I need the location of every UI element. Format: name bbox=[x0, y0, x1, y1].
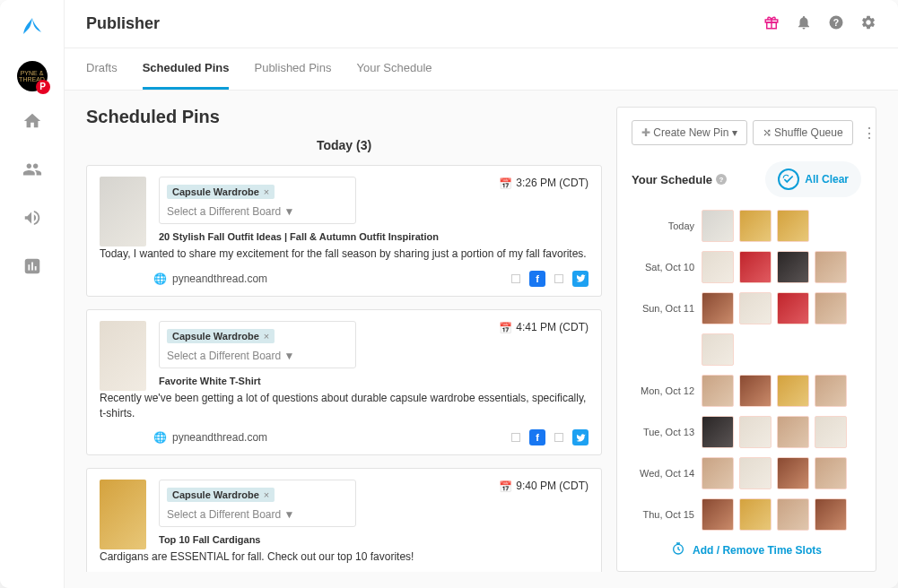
schedule-pin-thumbnail[interactable] bbox=[702, 333, 734, 366]
schedule-date: Wed, Oct 14 bbox=[632, 468, 694, 479]
tailwind-logo-icon[interactable] bbox=[22, 16, 43, 41]
facebook-icon[interactable]: f bbox=[529, 271, 545, 287]
schedule-pin-thumbnail[interactable] bbox=[777, 457, 809, 489]
twitter-icon[interactable] bbox=[572, 429, 588, 445]
all-clear-badge: All Clear bbox=[765, 161, 861, 197]
schedule-pin-thumbnail[interactable] bbox=[702, 210, 734, 242]
facebook-checkbox[interactable] bbox=[511, 274, 520, 283]
schedule-pin-thumbnail[interactable] bbox=[739, 457, 772, 489]
pin-card: 📅3:26 PM (CDT) Capsule Wardrobe × Select… bbox=[86, 165, 602, 297]
schedule-pin-thumbnail[interactable] bbox=[777, 416, 809, 448]
board-selector[interactable]: Capsule Wardrobe × Select a Different Bo… bbox=[159, 177, 356, 224]
schedule-panel: ✚ Create New Pin ▾ ⤭ Shuffle Queue ⋮ You… bbox=[616, 107, 876, 572]
schedule-date: Sun, Oct 11 bbox=[632, 303, 694, 314]
twitter-checkbox[interactable] bbox=[554, 274, 563, 283]
schedule-pin-thumbnail[interactable] bbox=[815, 416, 847, 448]
schedule-pin-thumbnail[interactable] bbox=[702, 292, 734, 324]
board-selector[interactable]: Capsule Wardrobe × Select a Different Bo… bbox=[159, 480, 356, 527]
remove-board-icon[interactable]: × bbox=[264, 489, 269, 500]
remove-board-icon[interactable]: × bbox=[264, 186, 269, 197]
board-select-dropdown[interactable]: Select a Different Board ▼ bbox=[167, 350, 348, 362]
home-icon[interactable] bbox=[22, 111, 42, 134]
facebook-checkbox[interactable] bbox=[511, 433, 520, 442]
calendar-icon: 📅 bbox=[499, 322, 512, 334]
more-options-icon[interactable]: ⋮ bbox=[859, 125, 880, 142]
facebook-icon[interactable]: f bbox=[529, 429, 545, 445]
schedule-pin-thumbnail[interactable] bbox=[777, 292, 809, 324]
schedule-pin-thumbnail[interactable] bbox=[815, 498, 847, 531]
schedule-pin-thumbnail[interactable] bbox=[739, 498, 772, 531]
tab-drafts[interactable]: Drafts bbox=[86, 48, 118, 90]
schedule-pin-thumbnail[interactable] bbox=[702, 375, 734, 407]
pin-thumbnail[interactable] bbox=[100, 321, 146, 391]
schedule-pin-thumbnail[interactable] bbox=[702, 251, 734, 283]
svg-rect-3 bbox=[34, 266, 36, 271]
settings-icon[interactable] bbox=[860, 14, 876, 34]
twitter-icon[interactable] bbox=[572, 271, 588, 287]
help-tooltip-icon[interactable]: ? bbox=[716, 174, 727, 185]
svg-rect-1 bbox=[28, 264, 30, 270]
pin-thumbnail[interactable] bbox=[100, 480, 146, 549]
help-icon[interactable]: ? bbox=[828, 14, 844, 34]
schedule-pin-thumbnail[interactable] bbox=[815, 292, 847, 324]
schedule-row: Sun, Oct 11 bbox=[632, 292, 861, 324]
schedule-pin-thumbnail[interactable] bbox=[777, 251, 809, 283]
schedule-row: Thu, Oct 15 bbox=[632, 498, 861, 531]
top-bar: Publisher ? bbox=[65, 0, 898, 48]
clock-icon bbox=[671, 541, 685, 558]
schedule-pin-thumbnail[interactable] bbox=[739, 210, 772, 242]
svg-text:?: ? bbox=[833, 16, 839, 27]
gift-icon[interactable] bbox=[763, 14, 780, 34]
pin-url[interactable]: 🌐pyneandthread.com bbox=[153, 431, 267, 444]
schedule-pin-thumbnail[interactable] bbox=[739, 292, 772, 324]
board-select-dropdown[interactable]: Select a Different Board ▼ bbox=[167, 508, 348, 521]
globe-icon: 🌐 bbox=[153, 272, 167, 285]
schedule-pin-thumbnail[interactable] bbox=[739, 251, 772, 283]
pin-scheduled-time: 📅4:41 PM (CDT) bbox=[499, 321, 588, 334]
schedule-pin-thumbnail[interactable] bbox=[777, 498, 809, 531]
schedule-pin-thumbnail[interactable] bbox=[739, 375, 772, 407]
board-select-dropdown[interactable]: Select a Different Board ▼ bbox=[167, 205, 348, 218]
schedule-pin-thumbnail[interactable] bbox=[815, 375, 847, 407]
pin-scheduled-time: 📅9:40 PM (CDT) bbox=[499, 480, 588, 493]
pin-url[interactable]: 🌐pyneandthread.com bbox=[153, 272, 267, 285]
schedule-row: Tue, Oct 13 bbox=[632, 416, 861, 448]
pin-card: 📅4:41 PM (CDT) Capsule Wardrobe × Select… bbox=[86, 309, 602, 456]
schedule-pin-thumbnail[interactable] bbox=[702, 498, 734, 531]
schedule-row: Today bbox=[632, 210, 861, 242]
board-selector[interactable]: Capsule Wardrobe × Select a Different Bo… bbox=[159, 321, 356, 368]
profile-avatar[interactable]: PYNE & THREAD P bbox=[17, 61, 48, 91]
megaphone-icon[interactable] bbox=[22, 208, 42, 231]
schedule-date: Thu, Oct 15 bbox=[632, 509, 694, 520]
all-clear-icon bbox=[778, 169, 799, 190]
schedule-pin-thumbnail[interactable] bbox=[702, 416, 734, 448]
people-icon[interactable] bbox=[22, 160, 42, 183]
add-remove-time-slots-button[interactable]: Add / Remove Time Slots bbox=[632, 532, 861, 558]
shuffle-queue-button[interactable]: ⤭ Shuffle Queue bbox=[753, 120, 853, 145]
pin-description: Recently we've been getting a lot of que… bbox=[100, 391, 588, 421]
schedule-pin-thumbnail[interactable] bbox=[702, 457, 734, 489]
schedule-pin-thumbnail[interactable] bbox=[777, 375, 809, 407]
tab-scheduled-pins[interactable]: Scheduled Pins bbox=[143, 48, 230, 90]
twitter-checkbox[interactable] bbox=[554, 433, 563, 442]
tab-published-pins[interactable]: Published Pins bbox=[254, 48, 331, 90]
tab-your-schedule[interactable]: Your Schedule bbox=[356, 48, 432, 90]
bell-icon[interactable] bbox=[796, 14, 812, 34]
pin-card: 📅9:40 PM (CDT) Capsule Wardrobe × Select… bbox=[86, 468, 602, 572]
schedule-pin-thumbnail[interactable] bbox=[739, 416, 772, 448]
day-header: Today (3) bbox=[86, 138, 602, 152]
schedule-pin-thumbnail[interactable] bbox=[777, 210, 809, 242]
remove-board-icon[interactable]: × bbox=[264, 331, 269, 342]
pin-thumbnail[interactable] bbox=[100, 177, 146, 246]
schedule-row bbox=[632, 333, 861, 366]
analytics-icon[interactable] bbox=[22, 256, 42, 280]
schedule-pin-thumbnail[interactable] bbox=[815, 457, 847, 489]
schedule-pin-thumbnail[interactable] bbox=[815, 251, 847, 283]
create-new-pin-button[interactable]: ✚ Create New Pin ▾ bbox=[632, 120, 747, 145]
schedule-date: Mon, Oct 12 bbox=[632, 385, 694, 396]
schedule-date: Tue, Oct 13 bbox=[632, 427, 694, 437]
pin-description: Cardigans are ESSENTIAL for fall. Check … bbox=[100, 549, 588, 565]
pin-title: 20 Stylish Fall Outfit Ideas | Fall & Au… bbox=[159, 231, 588, 242]
pin-title: Favorite White T-Shirt bbox=[159, 376, 588, 386]
board-tag: Capsule Wardrobe × bbox=[167, 185, 275, 199]
